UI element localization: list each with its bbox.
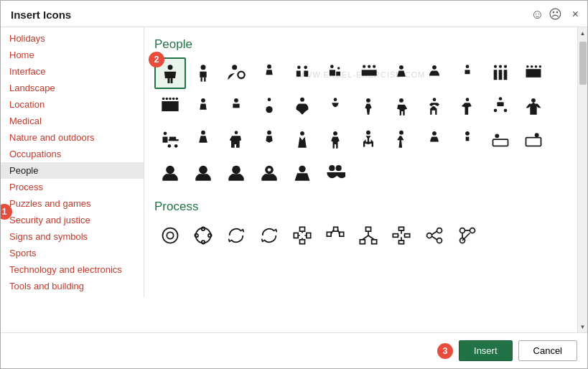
- process-section-title: Process: [154, 200, 567, 214]
- svg-point-34: [266, 106, 272, 113]
- svg-point-12: [337, 67, 340, 70]
- people-icon-25[interactable]: [187, 123, 219, 155]
- people-icon-7[interactable]: [386, 57, 417, 89]
- people-icon-39[interactable]: [253, 157, 285, 188]
- people-icon-23[interactable]: [518, 90, 549, 122]
- happy-icon[interactable]: ☺: [531, 7, 543, 22]
- sidebar-item-interface[interactable]: Interface: [1, 63, 144, 80]
- people-icon-41[interactable]: [319, 157, 351, 188]
- people-section-title: People: [154, 37, 567, 52]
- process-icon-9[interactable]: [452, 220, 483, 251]
- people-icon-35[interactable]: [518, 123, 549, 155]
- scroll-up-arrow[interactable]: ▲: [578, 27, 588, 39]
- sidebar-item-puzzles-and-games[interactable]: Puzzles and games: [1, 195, 144, 212]
- svg-point-43: [494, 109, 498, 113]
- people-icon-33[interactable]: [452, 123, 483, 155]
- scroll-down-arrow[interactable]: ▼: [578, 321, 588, 332]
- people-icon-14[interactable]: [220, 90, 252, 122]
- people-icon-2[interactable]: [220, 57, 252, 89]
- process-icon-8[interactable]: [419, 220, 450, 251]
- sidebar-item-process[interactable]: Process: [1, 179, 144, 195]
- process-icon-7[interactable]: [386, 220, 417, 251]
- people-icon-6[interactable]: [353, 57, 384, 89]
- people-icon-32[interactable]: [419, 123, 450, 155]
- sidebar-item-people[interactable]: People: [1, 162, 144, 179]
- svg-point-76: [208, 234, 212, 238]
- people-icon-21[interactable]: [452, 90, 483, 122]
- people-section: People2: [154, 37, 567, 188]
- sidebar-item-signs-and-symbols[interactable]: Signs and symbols: [1, 228, 144, 245]
- people-icon-27[interactable]: [253, 123, 285, 155]
- people-icon-40[interactable]: [286, 157, 318, 188]
- people-icon-29[interactable]: [319, 123, 351, 155]
- people-icon-12[interactable]: [154, 90, 186, 122]
- sidebar-item-medical[interactable]: Medical: [1, 113, 144, 129]
- sidebar-item-location[interactable]: Location: [1, 96, 144, 113]
- people-icon-34[interactable]: [485, 123, 516, 155]
- people-icon-5[interactable]: [319, 57, 351, 89]
- people-icon-28[interactable]: [286, 123, 318, 155]
- process-icon-2[interactable]: [220, 220, 252, 251]
- people-icon-17[interactable]: [319, 90, 351, 122]
- people-icon-19[interactable]: [386, 90, 417, 122]
- process-icon-6[interactable]: [353, 220, 384, 251]
- content-area: HolidaysHomeInterfaceLandscapeLocationMe…: [1, 27, 587, 332]
- sidebar-item-nature-and-outdoors[interactable]: Nature and outdoors: [1, 129, 144, 146]
- sad-icon[interactable]: ☹: [549, 6, 562, 22]
- svg-point-31: [201, 98, 205, 103]
- svg-point-27: [166, 98, 169, 101]
- process-icon-0[interactable]: [154, 220, 186, 251]
- sidebar-item-sports[interactable]: Sports: [1, 245, 144, 261]
- sidebar-item-security-and-justice[interactable]: Security and justice: [1, 212, 144, 228]
- people-icon-36[interactable]: [154, 157, 186, 188]
- sidebar-item-home[interactable]: Home: [1, 47, 144, 63]
- people-icon-31[interactable]: [386, 123, 417, 155]
- people-icon-16[interactable]: [286, 90, 318, 122]
- process-icon-5[interactable]: [319, 220, 351, 251]
- people-icon-22[interactable]: [485, 90, 516, 122]
- svg-point-33: [268, 98, 271, 101]
- people-icon-10[interactable]: [485, 57, 516, 89]
- people-icon-18[interactable]: [353, 90, 384, 122]
- title-icons: ☺ ☹ ×: [531, 6, 579, 22]
- svg-point-37: [366, 98, 370, 103]
- process-icon-3[interactable]: [253, 220, 285, 251]
- people-icon-38[interactable]: [220, 157, 252, 188]
- svg-point-3: [201, 65, 206, 70]
- svg-point-6: [232, 65, 237, 70]
- process-icon-4[interactable]: [286, 220, 318, 251]
- sidebar-item-landscape[interactable]: Landscape: [1, 80, 144, 96]
- sidebar-item-holidays[interactable]: Holidays: [1, 30, 144, 47]
- people-icon-24[interactable]: [154, 123, 186, 155]
- svg-rect-58: [493, 139, 508, 146]
- process-icon-1[interactable]: [187, 220, 219, 251]
- insert-button[interactable]: Insert: [459, 340, 513, 361]
- people-icon-4[interactable]: [286, 57, 318, 89]
- sidebar-item-occupations[interactable]: Occupations: [1, 146, 144, 162]
- people-icon-13[interactable]: [187, 90, 219, 122]
- people-icon-9[interactable]: [452, 57, 483, 89]
- close-icon[interactable]: ×: [572, 8, 579, 21]
- svg-point-23: [531, 65, 533, 68]
- cancel-button[interactable]: Cancel: [518, 340, 577, 361]
- people-icon-26[interactable]: [220, 123, 252, 155]
- people-icon-30[interactable]: [353, 123, 384, 155]
- svg-point-52: [300, 131, 304, 136]
- svg-point-74: [202, 240, 205, 244]
- people-icon-11[interactable]: [518, 57, 549, 89]
- people-icon-0[interactable]: 2: [154, 57, 186, 89]
- people-icon-1[interactable]: [187, 57, 219, 89]
- people-icon-8[interactable]: [419, 57, 450, 89]
- people-icon-20[interactable]: [419, 90, 450, 122]
- people-icon-15[interactable]: [253, 90, 285, 122]
- sidebar-item-technology-and-electronics[interactable]: Technology and electronics: [1, 261, 144, 278]
- scrollbar[interactable]: ▲ ▼: [577, 27, 587, 332]
- svg-point-47: [168, 144, 172, 148]
- sidebar-item-tools-and-building[interactable]: Tools and building: [1, 278, 144, 294]
- svg-point-109: [460, 228, 465, 233]
- people-icon-37[interactable]: [187, 157, 219, 188]
- svg-rect-87: [340, 232, 344, 236]
- people-icon-3[interactable]: [253, 57, 285, 89]
- svg-rect-4: [201, 78, 202, 82]
- scroll-thumb[interactable]: [579, 42, 587, 85]
